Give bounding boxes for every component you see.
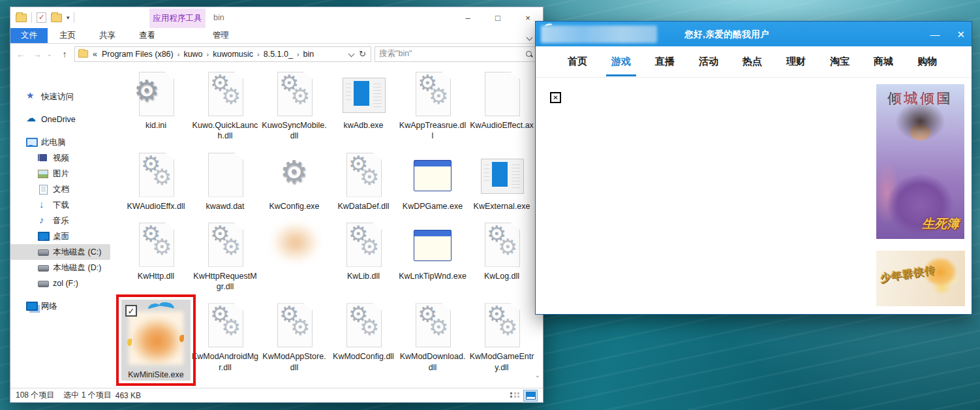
- breadcrumb-item[interactable]: bin ›: [301, 50, 316, 59]
- file-item[interactable]: ✓ KwHttpRequestMgr.dll: [191, 219, 260, 292]
- game-ad-poster[interactable]: 倾城倾国 生死簿: [876, 84, 964, 239]
- selection-checkbox[interactable]: ✓: [125, 305, 137, 317]
- file-item[interactable]: ✓: [260, 219, 329, 292]
- kuwo-nav-tab[interactable]: 商城: [872, 47, 895, 76]
- sidebar-item[interactable]: 音乐: [10, 213, 110, 229]
- file-item[interactable]: ✓ kid.ini: [121, 69, 191, 142]
- recent-locations-chevron-icon[interactable]: ⌄: [47, 51, 55, 57]
- breadcrumb-bar[interactable]: « Program Files (x86) › kuwo › kuwomusic: [74, 46, 371, 62]
- sidebar-item[interactable]: 快速访问: [10, 89, 110, 104]
- sidebar-item[interactable]: 本地磁盘 (C:): [10, 244, 110, 260]
- file-item[interactable]: ✓ KWAudioEffx.dll: [121, 150, 191, 212]
- game-ad-banner[interactable]: 少年群侠传: [876, 251, 965, 306]
- collapse-ribbon-chevron-icon[interactable]: [527, 31, 534, 37]
- refresh-icon[interactable]: ↻: [359, 49, 366, 59]
- ribbon-tab[interactable]: 查看: [127, 28, 167, 43]
- file-item[interactable]: ✓ KwDPGame.exe: [398, 150, 467, 212]
- file-name: KwModAppStore.dll: [260, 351, 328, 373]
- sidebar-item[interactable]: 下载: [10, 197, 110, 213]
- ribbon-tab[interactable]: 管理: [201, 28, 241, 43]
- forward-button[interactable]: →: [31, 49, 44, 59]
- kuwo-nav-tab[interactable]: 购物: [916, 47, 938, 76]
- file-item[interactable]: ✓ kwAdb.exe: [329, 69, 398, 142]
- file-item[interactable]: ✓ KwLib.dll: [329, 219, 398, 292]
- breadcrumb-item[interactable]: kuwo ›: [181, 50, 211, 59]
- ribbon-tab[interactable]: 文件: [10, 28, 48, 43]
- ribbon-tab[interactable]: 共享: [87, 28, 127, 43]
- close-button[interactable]: ✕: [957, 29, 965, 39]
- sidebar-item[interactable]: OneDrive: [10, 112, 110, 127]
- sidebar-item-label: 快速访问: [41, 91, 74, 102]
- file-icon: [130, 152, 182, 199]
- file-icon: [337, 302, 390, 349]
- file-item[interactable]: ✓ KwModConfig.dll: [329, 300, 398, 380]
- kuwo-nav-tab[interactable]: 直播: [654, 47, 676, 76]
- details-view-icon[interactable]: [509, 390, 521, 401]
- kuwo-nav-tab[interactable]: 活动: [697, 47, 720, 76]
- up-button[interactable]: ↑: [58, 49, 71, 59]
- search-icon[interactable]: [525, 50, 533, 58]
- thumbnail-view-icon[interactable]: [523, 390, 538, 402]
- kuwo-nav-tab[interactable]: 游戏: [610, 47, 632, 76]
- ad-subtitle: 生死簿: [922, 215, 959, 232]
- file-name: KuwoSyncMobile.dll: [260, 120, 328, 142]
- minimize-button[interactable]: –: [453, 7, 483, 28]
- minimize-button[interactable]: —: [930, 29, 940, 39]
- file-name: KwConfig.exe: [260, 201, 328, 212]
- breadcrumb: Program Files (x86) › kuwo › kuwomusic ›: [100, 50, 316, 59]
- file-item[interactable]: ✓ KwModAppStore.dll: [260, 300, 329, 380]
- file-item[interactable]: ✓ KwMiniSite.exe: [121, 300, 191, 380]
- file-item[interactable]: ✓ KwDataDef.dll: [329, 150, 398, 212]
- file-icon: [199, 71, 251, 118]
- scrollbar-down-arrow-icon[interactable]: ⌄: [535, 371, 540, 379]
- selection-size: 463 KB: [115, 391, 141, 400]
- kuwo-nav-tab[interactable]: 理财: [785, 47, 807, 76]
- maximize-button[interactable]: □: [483, 7, 513, 28]
- sidebar-item[interactable]: 本地磁盘 (D:): [10, 260, 110, 276]
- breadcrumb-item[interactable]: 8.5.1.0_ ›: [262, 50, 301, 59]
- sidebar-item-label: zol (F:): [53, 279, 78, 288]
- sidebar-item-icon: [38, 215, 48, 226]
- file-item[interactable]: ✓ KwLnkTipWnd.exe: [398, 219, 467, 292]
- sidebar-item[interactable]: 此电脑: [10, 134, 110, 150]
- ribbon-tab[interactable]: 主页: [48, 28, 87, 43]
- back-button[interactable]: ←: [14, 49, 27, 59]
- file-item[interactable]: ✓ KuwoSyncMobile.dll: [260, 69, 329, 142]
- kuwo-nav-tab[interactable]: 淘宝: [829, 47, 851, 76]
- breadcrumb-label: bin: [301, 50, 316, 59]
- file-item[interactable]: ✓ Kuwo.QuickLaunch.dll: [191, 69, 260, 142]
- file-item[interactable]: ✓ kwawd.dat: [191, 150, 260, 212]
- file-item[interactable]: ✓ KwModDownload.dll: [398, 300, 467, 380]
- sidebar-item[interactable]: 文档: [10, 181, 110, 197]
- search-input[interactable]: 搜索"bin": [375, 46, 538, 62]
- breadcrumb-overflow[interactable]: «: [90, 50, 99, 59]
- folder-icon[interactable]: [16, 14, 27, 22]
- breadcrumb-item[interactable]: Program Files (x86) ›: [100, 50, 181, 59]
- ad-title: 倾城倾国: [876, 89, 964, 108]
- sidebar-item[interactable]: 视频: [10, 150, 110, 166]
- customize-toolbar-chevron-icon[interactable]: ▾: [67, 14, 69, 21]
- file-item[interactable]: ✓ KwConfig.exe: [260, 150, 329, 212]
- file-item[interactable]: ✓ KwModGameEntry.dll: [467, 300, 536, 380]
- file-item[interactable]: ✓ KwAudioEffect.ax: [467, 69, 536, 142]
- sidebar-item[interactable]: 桌面: [10, 229, 110, 244]
- file-item[interactable]: ✓ KwAppTreasrue.dll: [398, 69, 467, 142]
- kuwo-titlebar[interactable]: 您好,亲爱的酷我用户 — ✕: [536, 22, 972, 46]
- app-tools-contextual-tab[interactable]: 应用程序工具: [149, 8, 206, 28]
- sidebar-item[interactable]: 图片: [10, 166, 110, 181]
- sidebar-item-icon: [26, 137, 37, 148]
- kuwo-nav-tab[interactable]: 热点: [741, 47, 763, 76]
- file-item[interactable]: ✓ KwModAndroidMgr.dll: [191, 300, 260, 380]
- file-item[interactable]: ✓ KwLog.dll: [467, 219, 536, 292]
- new-folder-icon[interactable]: [51, 14, 62, 22]
- file-item[interactable]: ✓ KwHttp.dll: [121, 219, 191, 292]
- properties-check-icon[interactable]: [37, 12, 46, 23]
- breadcrumb-item[interactable]: kuwomusic ›: [211, 50, 262, 59]
- address-dropdown-chevron-icon[interactable]: [348, 51, 355, 57]
- sidebar-item[interactable]: 网络: [10, 298, 110, 314]
- file-name: kwawd.dat: [191, 201, 259, 212]
- file-item[interactable]: ✓ KwExternal.exe: [467, 150, 536, 212]
- sidebar-item[interactable]: zol (F:): [10, 276, 110, 291]
- kuwo-nav-tab[interactable]: 首页: [566, 47, 589, 76]
- file-list-pane: ✓ kid.ini ✓ Kuwo.QuickLaunch.dll: [110, 65, 543, 388]
